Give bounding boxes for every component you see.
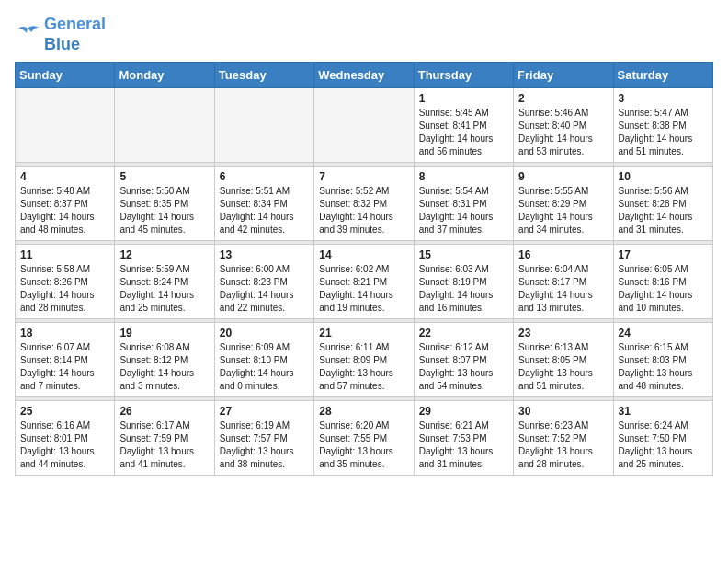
day-number: 4 [20, 170, 109, 183]
day-info: Sunrise: 6:08 AM Sunset: 8:12 PM Dayligh… [119, 341, 209, 393]
day-info: Sunrise: 5:59 AM Sunset: 8:24 PM Dayligh… [119, 263, 209, 315]
calendar-cell: 28Sunrise: 6:20 AM Sunset: 7:55 PM Dayli… [314, 401, 414, 476]
day-info: Sunrise: 6:04 AM Sunset: 8:17 PM Dayligh… [518, 263, 608, 315]
calendar-cell: 14Sunrise: 6:02 AM Sunset: 8:21 PM Dayli… [314, 245, 414, 319]
day-number: 28 [319, 405, 408, 418]
weekday-header-saturday: Saturday [613, 63, 712, 88]
day-info: Sunrise: 6:17 AM Sunset: 7:59 PM Dayligh… [119, 419, 209, 471]
day-info: Sunrise: 5:52 AM Sunset: 8:32 PM Dayligh… [319, 185, 408, 236]
day-number: 22 [419, 327, 508, 339]
day-info: Sunrise: 6:11 AM Sunset: 8:09 PM Dayligh… [319, 341, 408, 393]
logo: General Blue [15, 15, 106, 54]
day-number: 15 [419, 248, 508, 261]
day-number: 12 [119, 248, 209, 261]
calendar-cell: 8Sunrise: 5:54 AM Sunset: 8:31 PM Daylig… [414, 167, 513, 241]
calendar-cell: 4Sunrise: 5:48 AM Sunset: 8:37 PM Daylig… [16, 167, 115, 241]
calendar-week-3: 11Sunrise: 5:58 AM Sunset: 8:26 PM Dayli… [16, 245, 713, 319]
day-number: 8 [419, 170, 508, 183]
day-number: 18 [20, 327, 109, 339]
day-number: 27 [220, 405, 309, 418]
calendar-cell: 19Sunrise: 6:08 AM Sunset: 8:12 PM Dayli… [115, 323, 214, 397]
calendar-cell: 30Sunrise: 6:23 AM Sunset: 7:52 PM Dayli… [514, 401, 613, 476]
weekday-header-wednesday: Wednesday [314, 63, 414, 88]
day-number: 25 [20, 405, 109, 418]
calendar-cell: 23Sunrise: 6:13 AM Sunset: 8:05 PM Dayli… [514, 323, 613, 397]
day-number: 30 [518, 405, 608, 418]
calendar-cell: 13Sunrise: 6:00 AM Sunset: 8:23 PM Dayli… [214, 245, 313, 319]
calendar-cell: 29Sunrise: 6:21 AM Sunset: 7:53 PM Dayli… [414, 401, 513, 476]
day-number: 29 [419, 405, 508, 418]
day-info: Sunrise: 6:07 AM Sunset: 8:14 PM Dayligh… [20, 341, 109, 393]
day-info: Sunrise: 6:15 AM Sunset: 8:03 PM Dayligh… [619, 341, 708, 393]
day-info: Sunrise: 6:20 AM Sunset: 7:55 PM Dayligh… [319, 419, 408, 471]
calendar-cell: 15Sunrise: 6:03 AM Sunset: 8:19 PM Dayli… [414, 245, 513, 319]
calendar-cell: 21Sunrise: 6:11 AM Sunset: 8:09 PM Dayli… [314, 323, 414, 397]
day-info: Sunrise: 6:21 AM Sunset: 7:53 PM Dayligh… [419, 419, 508, 471]
day-number: 5 [119, 170, 209, 183]
calendar-cell: 25Sunrise: 6:16 AM Sunset: 8:01 PM Dayli… [16, 401, 115, 476]
calendar-week-4: 18Sunrise: 6:07 AM Sunset: 8:14 PM Dayli… [16, 323, 713, 397]
day-number: 3 [619, 92, 708, 105]
calendar-week-5: 25Sunrise: 6:16 AM Sunset: 8:01 PM Dayli… [16, 401, 713, 476]
calendar-cell: 26Sunrise: 6:17 AM Sunset: 7:59 PM Dayli… [115, 401, 214, 476]
weekday-header-tuesday: Tuesday [214, 63, 313, 88]
day-number: 2 [518, 92, 608, 105]
calendar-cell: 17Sunrise: 6:05 AM Sunset: 8:16 PM Dayli… [613, 245, 712, 319]
day-number: 23 [518, 327, 608, 339]
day-info: Sunrise: 5:47 AM Sunset: 8:38 PM Dayligh… [619, 107, 708, 158]
day-info: Sunrise: 5:48 AM Sunset: 8:37 PM Dayligh… [20, 185, 109, 236]
day-info: Sunrise: 6:19 AM Sunset: 7:57 PM Dayligh… [220, 419, 309, 471]
calendar-cell: 10Sunrise: 5:56 AM Sunset: 8:28 PM Dayli… [613, 167, 712, 241]
logo-icon [15, 25, 40, 45]
day-number: 17 [619, 248, 708, 261]
weekday-header-thursday: Thursday [414, 63, 513, 88]
day-number: 9 [518, 170, 608, 183]
day-info: Sunrise: 6:24 AM Sunset: 7:50 PM Dayligh… [619, 419, 708, 471]
calendar-cell: 5Sunrise: 5:50 AM Sunset: 8:35 PM Daylig… [115, 167, 214, 241]
day-info: Sunrise: 5:54 AM Sunset: 8:31 PM Dayligh… [419, 185, 508, 236]
day-number: 19 [119, 327, 209, 339]
calendar-cell: 11Sunrise: 5:58 AM Sunset: 8:26 PM Dayli… [16, 245, 115, 319]
day-number: 7 [319, 170, 408, 183]
day-info: Sunrise: 5:56 AM Sunset: 8:28 PM Dayligh… [619, 185, 708, 236]
day-info: Sunrise: 6:05 AM Sunset: 8:16 PM Dayligh… [619, 263, 708, 315]
day-info: Sunrise: 6:09 AM Sunset: 8:10 PM Dayligh… [220, 341, 309, 393]
day-number: 1 [419, 92, 508, 105]
logo-text: General Blue [44, 15, 106, 54]
day-info: Sunrise: 5:45 AM Sunset: 8:41 PM Dayligh… [419, 107, 508, 158]
day-number: 31 [619, 405, 708, 418]
day-info: Sunrise: 5:55 AM Sunset: 8:29 PM Dayligh… [518, 185, 608, 236]
weekday-header-sunday: Sunday [16, 63, 115, 88]
calendar-cell: 31Sunrise: 6:24 AM Sunset: 7:50 PM Dayli… [613, 401, 712, 476]
day-info: Sunrise: 5:46 AM Sunset: 8:40 PM Dayligh… [518, 107, 608, 158]
day-info: Sunrise: 6:00 AM Sunset: 8:23 PM Dayligh… [220, 263, 309, 315]
calendar-cell [214, 88, 313, 163]
calendar-table: SundayMondayTuesdayWednesdayThursdayFrid… [15, 62, 713, 476]
day-info: Sunrise: 6:02 AM Sunset: 8:21 PM Dayligh… [319, 263, 408, 315]
day-info: Sunrise: 6:03 AM Sunset: 8:19 PM Dayligh… [419, 263, 508, 315]
calendar-cell: 18Sunrise: 6:07 AM Sunset: 8:14 PM Dayli… [16, 323, 115, 397]
day-info: Sunrise: 5:51 AM Sunset: 8:34 PM Dayligh… [220, 185, 309, 236]
day-number: 10 [619, 170, 708, 183]
day-number: 6 [220, 170, 309, 183]
calendar-cell: 2Sunrise: 5:46 AM Sunset: 8:40 PM Daylig… [514, 88, 613, 163]
day-number: 26 [119, 405, 209, 418]
day-number: 16 [518, 248, 608, 261]
calendar-cell: 22Sunrise: 6:12 AM Sunset: 8:07 PM Dayli… [414, 323, 513, 397]
calendar-cell [314, 88, 414, 163]
calendar-cell [115, 88, 214, 163]
calendar-cell: 16Sunrise: 6:04 AM Sunset: 8:17 PM Dayli… [514, 245, 613, 319]
day-info: Sunrise: 6:13 AM Sunset: 8:05 PM Dayligh… [518, 341, 608, 393]
day-number: 20 [220, 327, 309, 339]
calendar-cell: 6Sunrise: 5:51 AM Sunset: 8:34 PM Daylig… [214, 167, 313, 241]
calendar-week-2: 4Sunrise: 5:48 AM Sunset: 8:37 PM Daylig… [16, 167, 713, 241]
weekday-header-friday: Friday [514, 63, 613, 88]
calendar-cell: 12Sunrise: 5:59 AM Sunset: 8:24 PM Dayli… [115, 245, 214, 319]
weekday-header-monday: Monday [115, 63, 214, 88]
calendar-cell: 20Sunrise: 6:09 AM Sunset: 8:10 PM Dayli… [214, 323, 313, 397]
day-number: 11 [20, 248, 109, 261]
calendar-cell: 7Sunrise: 5:52 AM Sunset: 8:32 PM Daylig… [314, 167, 414, 241]
weekday-header-row: SundayMondayTuesdayWednesdayThursdayFrid… [16, 63, 713, 88]
page-header: General Blue [15, 15, 713, 54]
day-info: Sunrise: 5:58 AM Sunset: 8:26 PM Dayligh… [20, 263, 109, 315]
